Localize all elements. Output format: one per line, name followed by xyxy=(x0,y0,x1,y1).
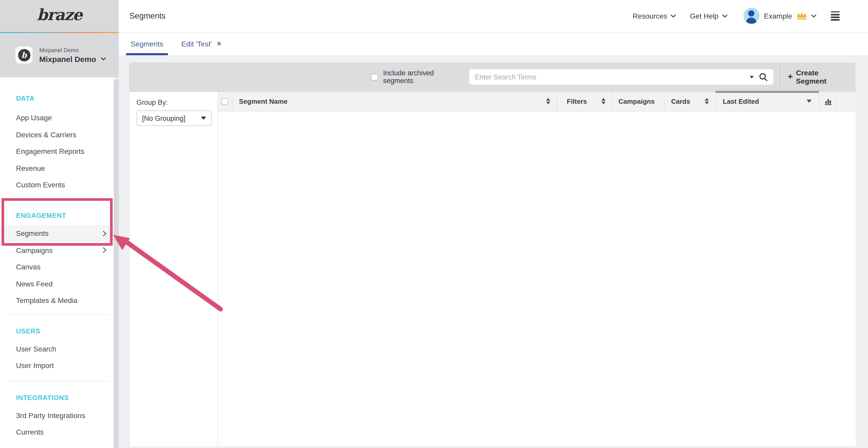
close-tab-icon[interactable]: ✖ xyxy=(216,41,222,47)
table-header-row: Segment Name Filters Campaigns Cards Las… xyxy=(218,92,855,111)
group-by-value: [No Grouping] xyxy=(142,114,185,122)
group-by-dropdown[interactable]: [No Grouping] xyxy=(136,110,212,126)
main-content: Segments Edit 'Test' ✖ Include archived … xyxy=(119,33,868,448)
resources-label: Resources xyxy=(633,12,667,20)
sidebar-section-data: DATA xyxy=(0,93,114,104)
column-header-campaigns[interactable]: Campaigns xyxy=(612,92,664,111)
column-header-segment-name[interactable]: Segment Name xyxy=(232,92,557,111)
sidebar-item-canvas[interactable]: Canvas xyxy=(0,259,114,275)
toolbar-divider xyxy=(779,64,780,90)
avatar-body xyxy=(746,18,756,24)
tab-segments[interactable]: Segments xyxy=(126,33,168,55)
search-dropdown-caret-icon[interactable] xyxy=(749,76,753,79)
get-help-label: Get Help xyxy=(690,12,719,20)
sidebar-item-user-import[interactable]: User Import xyxy=(0,357,114,374)
sort-desc-icon xyxy=(807,100,812,103)
column-header-analytics[interactable] xyxy=(819,92,836,111)
sidebar-item-segments[interactable]: Segments xyxy=(0,225,114,242)
analytics-icon xyxy=(824,97,832,106)
hamburger-menu-icon[interactable] xyxy=(831,11,840,21)
tab-bar: Segments Edit 'Test' ✖ xyxy=(119,33,868,55)
create-segment-label: Create Segment xyxy=(796,69,850,85)
get-help-menu[interactable]: Get Help xyxy=(690,12,727,20)
search-input[interactable] xyxy=(469,69,773,85)
page-title: Segments xyxy=(129,11,165,21)
segments-toolbar: Include archived segments + Create Segme… xyxy=(129,62,855,92)
sidebar-item-3rd-party-integrations[interactable]: 3rd Party Integrations xyxy=(0,407,114,424)
sidebar-item-revenue[interactable]: Revenue xyxy=(0,160,114,176)
sort-icon[interactable] xyxy=(546,98,550,105)
select-all-checkbox[interactable] xyxy=(221,98,228,105)
column-header-filters[interactable]: Filters xyxy=(557,92,612,111)
include-archived-checkbox[interactable] xyxy=(371,74,378,80)
sidebar-section-integrations: INTEGRATIONS xyxy=(0,392,114,403)
group-by-label: Group By: xyxy=(136,99,217,106)
user-name: Example xyxy=(764,12,792,20)
segments-table: Segment Name Filters Campaigns Cards Las… xyxy=(218,92,855,446)
avatar-head xyxy=(748,10,754,17)
top-bar: Segments Resources Get Help Example xyxy=(119,0,868,33)
sidebar-divider xyxy=(9,314,109,315)
chevron-right-icon xyxy=(102,231,106,236)
column-header-cards[interactable]: Cards xyxy=(664,92,716,111)
chevron-down-icon xyxy=(671,14,676,18)
group-by-panel: Group By: [No Grouping] xyxy=(129,92,218,446)
top-bar-right: Resources Get Help Example xyxy=(633,8,840,24)
table-body-empty xyxy=(218,111,855,446)
user-avatar[interactable] xyxy=(743,8,759,24)
app-initial: b xyxy=(18,49,30,61)
table-header-checkbox-cell xyxy=(218,92,232,111)
sidebar-item-app-usage[interactable]: App Usage xyxy=(0,109,114,126)
column-header-last-edited[interactable]: Last Edited xyxy=(716,92,819,111)
user-menu-chevron-icon[interactable] xyxy=(811,14,816,18)
braze-dashboard: braze Segments Resources Get Help Exampl… xyxy=(0,0,868,448)
crown-icon xyxy=(796,12,808,21)
table-header-spacer xyxy=(836,92,855,111)
sidebar-section-engagement: ENGAGEMENT xyxy=(0,210,114,221)
workspace-app-icon: b xyxy=(16,47,33,64)
workspace-selector[interactable]: b Mixpanel Demo Mixpanel Demo xyxy=(0,33,119,77)
sidebar-item-user-search[interactable]: User Search xyxy=(0,340,114,357)
sidebar-nav: DATA App Usage Devices & Carriers Engage… xyxy=(0,77,114,448)
sort-icon[interactable] xyxy=(705,98,709,105)
braze-logo: braze xyxy=(37,6,82,26)
resources-menu[interactable]: Resources xyxy=(633,12,676,20)
chevron-right-icon xyxy=(102,247,106,253)
workspace-label: Mixpanel Demo xyxy=(39,47,106,53)
sidebar-divider xyxy=(9,381,109,381)
sidebar-item-engagement-reports[interactable]: Engagement Reports xyxy=(0,143,114,160)
sidebar-item-templates-media[interactable]: Templates & Media xyxy=(0,292,114,309)
active-tab-underline xyxy=(126,53,168,55)
sort-icon[interactable] xyxy=(601,98,606,105)
plus-icon: + xyxy=(788,72,793,82)
sidebar-item-custom-events[interactable]: Custom Events xyxy=(0,176,114,193)
tab-edit-test[interactable]: Edit 'Test' ✖ xyxy=(179,33,224,55)
chevron-down-icon xyxy=(722,14,727,18)
tab-edit-test-label: Edit 'Test' xyxy=(181,40,212,48)
archived-checkbox-group: Include archived segments xyxy=(371,69,464,85)
workspace-name: Mixpanel Demo xyxy=(39,55,96,64)
dropdown-caret-icon xyxy=(201,117,206,120)
sidebar-section-users: USERS xyxy=(0,325,114,337)
sorted-column-indicator xyxy=(716,91,819,93)
create-segment-button[interactable]: + Create Segment xyxy=(788,69,850,85)
sidebar-item-campaigns[interactable]: Campaigns xyxy=(0,242,114,259)
include-archived-label: Include archived segments xyxy=(383,69,464,85)
sidebar-item-devices-carriers[interactable]: Devices & Carriers xyxy=(0,126,114,143)
sidebar-item-news-feed[interactable]: News Feed xyxy=(0,275,114,292)
chevron-down-icon xyxy=(101,58,106,61)
workspace-texts: Mixpanel Demo Mixpanel Demo xyxy=(39,47,106,64)
tab-segments-label: Segments xyxy=(131,40,163,48)
search-icon[interactable] xyxy=(759,73,768,82)
sidebar-item-currents[interactable]: Currents xyxy=(0,424,114,441)
search-field-wrap xyxy=(469,69,773,85)
sidebar-header: braze xyxy=(0,0,119,32)
